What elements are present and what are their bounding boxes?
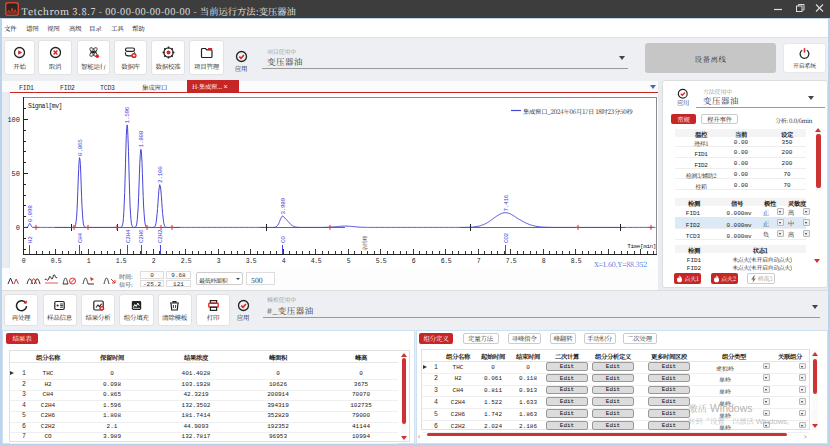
svg-text:0.5: 0.5 <box>51 258 62 265</box>
svg-text:H2: H2 <box>27 236 34 243</box>
svg-text:2.100: 2.100 <box>157 166 164 183</box>
svg-text:7.5: 7.5 <box>506 258 517 265</box>
svg-text:CH4: CH4 <box>77 232 84 243</box>
svg-text:100: 100 <box>7 116 20 124</box>
svg-text:4: 4 <box>282 258 286 265</box>
svg-text:0: 0 <box>16 224 20 232</box>
svg-text:1.5: 1.5 <box>116 258 127 265</box>
svg-text:1.808: 1.808 <box>138 130 145 147</box>
svg-text:1: 1 <box>87 258 91 265</box>
svg-text:8: 8 <box>542 258 546 265</box>
svg-text:7: 7 <box>477 258 481 265</box>
svg-text:5: 5 <box>347 258 351 265</box>
svg-text:Time[min]: Time[min] <box>627 243 656 250</box>
svg-text:3: 3 <box>217 258 221 265</box>
svg-text:0.098: 0.098 <box>27 205 34 222</box>
svg-text:1.596: 1.596 <box>124 106 131 123</box>
svg-text:7.416: 7.416 <box>503 194 510 211</box>
svg-text:3.989: 3.989 <box>280 197 287 214</box>
svg-text:8.5: 8.5 <box>571 258 582 265</box>
svg-text:0: 0 <box>22 258 26 265</box>
svg-text:2.5: 2.5 <box>181 258 192 265</box>
svg-text:Signal[mv]: Signal[mv] <box>28 103 62 110</box>
svg-text:C2H6: C2H6 <box>138 229 145 243</box>
svg-text:3.5: 3.5 <box>246 258 257 265</box>
svg-text:5.5: 5.5 <box>376 258 387 265</box>
svg-text:C2H4: C2H4 <box>125 229 132 243</box>
svg-text:杂质峰: 杂质峰 <box>361 235 369 251</box>
svg-text:集成窗口_2024年06月17日 18时23分50秒: 集成窗口_2024年06月17日 18时23分50秒 <box>523 107 634 116</box>
svg-text:4.5: 4.5 <box>311 258 322 265</box>
svg-text:CO: CO <box>280 236 287 243</box>
svg-text:2: 2 <box>152 258 156 265</box>
svg-text:C2H2: C2H2 <box>157 229 164 243</box>
svg-text:50: 50 <box>12 170 20 178</box>
svg-text:6: 6 <box>412 258 416 265</box>
svg-text:CO2: CO2 <box>503 232 510 243</box>
svg-text:6.5: 6.5 <box>441 258 452 265</box>
svg-text:0.865: 0.865 <box>77 139 84 156</box>
